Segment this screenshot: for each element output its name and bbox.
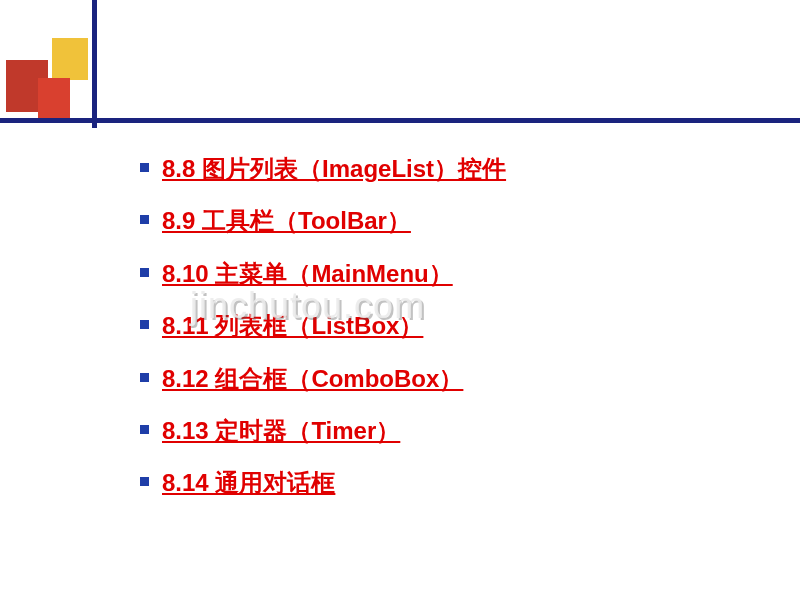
list-item: 8.14 通用对话框 (140, 464, 740, 502)
list-item: 8.12 组合框（ComboBox） (140, 360, 740, 398)
decor-horizontal-line (0, 118, 800, 123)
slide-content: 8.8 图片列表（ImageList）控件 8.9 工具栏（ToolBar） 8… (140, 150, 740, 517)
corner-decoration (0, 20, 120, 130)
list-item: 8.9 工具栏（ToolBar） (140, 202, 740, 240)
list-item: 8.13 定时器（Timer） (140, 412, 740, 450)
decor-square-yellow (52, 38, 88, 80)
toc-link-8-9[interactable]: 8.9 工具栏（ToolBar） (162, 207, 411, 234)
list-item: 8.8 图片列表（ImageList）控件 (140, 150, 740, 188)
toc-link-8-10[interactable]: 8.10 主菜单（MainMenu） (162, 260, 453, 287)
list-item: 8.10 主菜单（MainMenu） (140, 255, 740, 293)
toc-link-8-11[interactable]: 8.11 列表框（ListBox） (162, 312, 423, 339)
list-item: 8.11 列表框（ListBox） (140, 307, 740, 345)
toc-list: 8.8 图片列表（ImageList）控件 8.9 工具栏（ToolBar） 8… (140, 150, 740, 503)
toc-link-8-12[interactable]: 8.12 组合框（ComboBox） (162, 365, 463, 392)
toc-link-8-14[interactable]: 8.14 通用对话框 (162, 469, 335, 496)
toc-link-8-13[interactable]: 8.13 定时器（Timer） (162, 417, 400, 444)
decor-vertical-line (92, 0, 97, 128)
decor-square-red-2 (38, 78, 70, 118)
toc-link-8-8[interactable]: 8.8 图片列表（ImageList）控件 (162, 155, 506, 182)
